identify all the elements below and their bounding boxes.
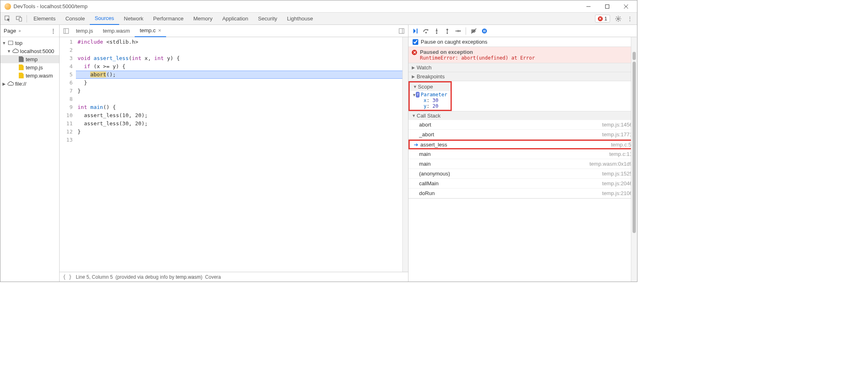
main-tab-application[interactable]: Application [218, 13, 253, 25]
frame-location: temp.c:11 [609, 151, 633, 157]
svg-rect-8 [64, 29, 69, 33]
editor-tab[interactable]: temp.c× [135, 25, 166, 37]
page-panel: Page » ⋮ ▼ top ▼ localhost:5000 t [0, 25, 60, 282]
source-map-link[interactable]: temp.wasm [176, 274, 201, 280]
main-tab-security[interactable]: Security [253, 13, 282, 25]
devtools-window: DevTools - localhost:5000/temp ElementsC… [0, 0, 637, 282]
step-icon[interactable] [453, 27, 462, 36]
svg-point-13 [425, 32, 426, 33]
close-button[interactable] [617, 0, 635, 13]
code-line[interactable]: abort(); [76, 71, 408, 79]
error-icon: ✕ [412, 50, 417, 55]
code-line[interactable]: if (x >= y) { [76, 62, 408, 71]
tree-file[interactable]: temp [0, 55, 59, 63]
callstack-frame[interactable]: (anonymous)temp.js:1525 [408, 169, 637, 179]
main-tab-memory[interactable]: Memory [189, 13, 218, 25]
frame-location: temp.wasm:0x1d9 [590, 161, 633, 167]
callstack-frame[interactable]: maintemp.wasm:0x1d9 [408, 159, 637, 169]
error-badge[interactable]: ✕ 1 [595, 15, 610, 22]
editor-tab[interactable]: temp.js [71, 25, 98, 37]
device-mode-icon[interactable] [13, 13, 25, 24]
callstack-frame[interactable]: ➔assert_lesstemp.c:5 [408, 140, 637, 149]
scope-section-header[interactable]: ▼Scope [410, 82, 451, 91]
code-line[interactable] [76, 46, 408, 54]
show-debugger-icon[interactable] [397, 28, 406, 34]
step-out-icon[interactable] [443, 27, 452, 36]
debugger-panel: Pause on caught exceptions ✕ Paused on e… [408, 25, 637, 282]
triangle-right-icon: ▶ [412, 65, 417, 70]
frame-location: temp.js:1456 [602, 122, 633, 128]
svg-rect-12 [417, 29, 417, 33]
code-line[interactable]: assert_less(10, 20); [76, 111, 408, 120]
code-line[interactable]: int main() { [76, 103, 408, 111]
scrollbar[interactable] [631, 37, 637, 282]
callstack-frame[interactable]: doRuntemp.js:2106 [408, 189, 637, 198]
frame-function: _abort [419, 131, 602, 138]
main-tab-console[interactable]: Console [60, 13, 90, 25]
callstack-section-header[interactable]: ▼Call Stack [408, 111, 637, 120]
code-line[interactable]: assert_less(30, 20); [76, 120, 408, 128]
minimize-button[interactable] [579, 0, 598, 13]
triangle-down-icon: ▼ [2, 41, 6, 45]
editor-tab-bar: temp.jstemp.wasmtemp.c× [60, 25, 408, 37]
inspect-element-icon[interactable] [2, 13, 13, 24]
pause-on-caught-row[interactable]: Pause on caught exceptions [408, 37, 637, 47]
svg-point-19 [459, 30, 460, 31]
step-into-icon[interactable] [432, 27, 441, 36]
show-navigator-icon[interactable] [61, 28, 71, 34]
script-icon [18, 73, 24, 78]
scope-var[interactable]: x: 30 [413, 98, 447, 103]
tree-host[interactable]: ▼ localhost:5000 [0, 47, 59, 55]
code-line[interactable] [76, 95, 408, 103]
breakpoints-section-header[interactable]: ▶Breakpoints [408, 72, 637, 81]
code-line[interactable]: } [76, 79, 408, 87]
main-tab-elements[interactable]: Elements [29, 13, 60, 25]
maximize-button[interactable] [598, 0, 617, 13]
exception-title: Paused on exception [420, 49, 633, 55]
main-tab-sources[interactable]: Sources [90, 13, 119, 25]
pretty-print-icon[interactable]: { } [63, 274, 72, 280]
settings-gear-icon[interactable] [613, 13, 624, 24]
triangle-down-icon: ▼ [7, 49, 11, 53]
debugger-toolbar [408, 25, 637, 37]
tree-file[interactable]: temp.wasm [0, 71, 59, 80]
tree-file-scheme[interactable]: ▶ file:// [0, 80, 59, 88]
scope-var[interactable]: y: 20 [413, 103, 447, 109]
callstack-frame[interactable]: maintemp.c:11 [408, 149, 637, 159]
main-tab-lighthouse[interactable]: Lighthouse [282, 13, 318, 25]
callstack-frame[interactable]: callMaintemp.js:2046 [408, 179, 637, 189]
frame-location: temp.js:1771 [602, 131, 633, 138]
code-line[interactable]: } [76, 87, 408, 95]
frame-location: temp.js:1525 [602, 171, 633, 177]
code-line[interactable]: #include <stdlib.h> [76, 38, 408, 46]
step-over-icon[interactable] [422, 27, 431, 36]
editor-tab[interactable]: temp.wasm [98, 25, 135, 37]
main-tab-network[interactable]: Network [119, 13, 149, 25]
main-tab-performance[interactable]: Performance [148, 13, 188, 25]
page-panel-title[interactable]: Page [4, 28, 16, 34]
deactivate-breakpoints-icon[interactable] [469, 27, 478, 36]
chevron-right-icon[interactable]: » [18, 29, 21, 33]
page-menu-icon[interactable]: ⋮ [51, 28, 56, 34]
scope-group[interactable]: ▼fParameter [413, 92, 447, 98]
resume-icon[interactable] [411, 27, 420, 36]
close-tab-icon[interactable]: × [158, 27, 161, 33]
callstack-frame[interactable]: _aborttemp.js:1771 [408, 130, 637, 140]
tree-top[interactable]: ▼ top [0, 39, 59, 47]
pause-on-caught-checkbox[interactable] [413, 39, 418, 45]
watch-section-header[interactable]: ▶Watch [408, 63, 637, 72]
code-line[interactable]: } [76, 128, 408, 136]
scrollbar[interactable] [402, 37, 408, 272]
svg-rect-10 [399, 29, 404, 33]
code-line[interactable] [76, 136, 408, 144]
editor-panel: temp.jstemp.wasmtemp.c× 1234567891011121… [60, 25, 408, 282]
callstack-frame[interactable]: aborttemp.js:1456 [408, 120, 637, 130]
kebab-menu-icon[interactable]: ⋮ [624, 13, 635, 24]
frame-function: callMain [419, 180, 602, 186]
app-icon [4, 3, 11, 10]
triangle-down-icon: ▼ [413, 84, 418, 89]
code-line[interactable]: void assert_less(int x, int y) { [76, 54, 408, 62]
pause-on-exceptions-icon[interactable] [480, 27, 489, 36]
tree-file[interactable]: temp.js [0, 63, 59, 71]
code-editor[interactable]: 12345678910111213 #include <stdlib.h> vo… [60, 37, 408, 272]
